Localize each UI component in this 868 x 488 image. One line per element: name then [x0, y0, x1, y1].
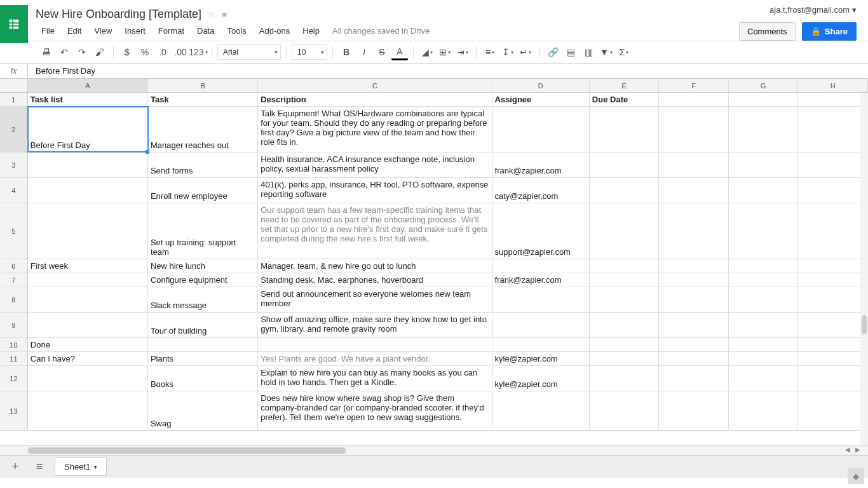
- cell[interactable]: [659, 203, 729, 259]
- cell[interactable]: Does new hire know where swag shop is? G…: [258, 391, 492, 430]
- cell[interactable]: [659, 338, 729, 351]
- cell[interactable]: [492, 287, 590, 312]
- menu-help[interactable]: Help: [297, 24, 325, 38]
- cell[interactable]: Show off amazing office, make sure they …: [258, 313, 492, 337]
- text-wrap-icon[interactable]: ↵: [517, 44, 534, 60]
- folder-icon[interactable]: ■: [222, 10, 227, 19]
- cell[interactable]: [798, 93, 868, 106]
- cell[interactable]: [492, 313, 590, 337]
- filter-icon[interactable]: ▼: [598, 44, 614, 60]
- scroll-right-icon[interactable]: ▶: [855, 446, 860, 453]
- all-sheets-icon[interactable]: ≡: [31, 458, 48, 476]
- cell[interactable]: [590, 313, 660, 337]
- cell[interactable]: [659, 259, 729, 273]
- col-header-A[interactable]: A: [28, 79, 148, 92]
- row-header[interactable]: 5: [0, 203, 28, 259]
- cell[interactable]: Set up training: support team: [148, 203, 258, 259]
- cell[interactable]: Manager reaches out: [148, 107, 258, 152]
- cell[interactable]: [258, 338, 492, 351]
- borders-icon[interactable]: ⊞: [437, 44, 453, 60]
- cell[interactable]: [590, 352, 660, 365]
- menu-edit[interactable]: Edit: [62, 24, 87, 38]
- cell[interactable]: Task: [148, 93, 258, 106]
- cell[interactable]: [729, 273, 799, 287]
- cell[interactable]: [729, 352, 799, 365]
- cell[interactable]: kyle@zapier.com: [492, 352, 590, 365]
- cell[interactable]: First week: [28, 259, 148, 273]
- row-header[interactable]: 3: [0, 152, 28, 177]
- cell[interactable]: [729, 338, 799, 351]
- menu-addons[interactable]: Add-ons: [254, 24, 295, 38]
- account-menu[interactable]: aja.t.frost@gmail.com▾: [770, 5, 857, 15]
- cell[interactable]: [798, 352, 868, 365]
- cell[interactable]: [590, 338, 660, 351]
- menu-format[interactable]: Format: [153, 24, 190, 38]
- cell[interactable]: [28, 287, 148, 312]
- format-currency-icon[interactable]: $: [119, 44, 135, 60]
- menu-file[interactable]: File: [36, 24, 60, 38]
- cell[interactable]: Books: [148, 366, 258, 391]
- formula-input[interactable]: Before First Day: [28, 66, 868, 76]
- cell[interactable]: [659, 93, 729, 106]
- menu-view[interactable]: View: [88, 24, 118, 38]
- col-header-B[interactable]: B: [148, 79, 258, 92]
- cell[interactable]: [659, 313, 729, 337]
- cell[interactable]: Due Date: [590, 93, 660, 106]
- cell[interactable]: Tour of building: [148, 313, 258, 337]
- cell[interactable]: Standing desk, Mac, earphones, hoverboar…: [258, 273, 492, 287]
- cell[interactable]: [729, 203, 799, 259]
- cell[interactable]: [798, 152, 868, 177]
- cell[interactable]: [659, 107, 729, 152]
- cell[interactable]: Yes! Plants are good. We have a plant ve…: [258, 352, 492, 365]
- cell[interactable]: frank@zapier.com: [492, 152, 590, 177]
- font-select[interactable]: Arial: [217, 44, 281, 60]
- cell[interactable]: [28, 273, 148, 287]
- cell[interactable]: [590, 273, 660, 287]
- font-size-select[interactable]: 10: [292, 44, 327, 60]
- functions-icon[interactable]: Σ: [616, 44, 632, 60]
- bold-icon[interactable]: B: [338, 44, 355, 60]
- cell[interactable]: [590, 178, 660, 203]
- cell[interactable]: [798, 366, 868, 391]
- text-color-icon[interactable]: A: [391, 44, 408, 60]
- cell[interactable]: Done: [28, 338, 148, 351]
- cell[interactable]: [798, 178, 868, 203]
- cell[interactable]: [729, 259, 799, 273]
- paint-format-icon[interactable]: 🖌: [92, 44, 108, 60]
- cell[interactable]: [28, 152, 148, 177]
- cell[interactable]: [28, 313, 148, 337]
- cell[interactable]: Send forms: [148, 152, 258, 177]
- cell[interactable]: New hire lunch: [148, 259, 258, 273]
- row-header[interactable]: 13: [0, 391, 28, 430]
- horizontal-scrollbar[interactable]: ◀ ▶: [0, 445, 868, 455]
- cell[interactable]: 401(k), perks app, insurance, HR tool, P…: [258, 178, 492, 203]
- row-header[interactable]: 4: [0, 178, 28, 203]
- cell[interactable]: [492, 107, 590, 152]
- cell[interactable]: kyle@zapier.com: [492, 366, 590, 391]
- cell[interactable]: [492, 259, 590, 273]
- row-header[interactable]: 11: [0, 352, 28, 365]
- row-header[interactable]: 7: [0, 273, 28, 287]
- cell[interactable]: [798, 203, 868, 259]
- cell[interactable]: [729, 107, 799, 152]
- merge-cells-icon[interactable]: ⇥: [454, 44, 471, 60]
- select-all-corner[interactable]: [0, 79, 28, 92]
- cell[interactable]: Task list: [28, 93, 148, 106]
- col-header-C[interactable]: C: [258, 79, 492, 92]
- row-header[interactable]: 6: [0, 259, 28, 273]
- cell[interactable]: [590, 287, 660, 312]
- print-icon[interactable]: 🖶: [38, 44, 55, 60]
- cell[interactable]: [729, 287, 799, 312]
- h-align-icon[interactable]: ≡: [482, 44, 498, 60]
- row-header[interactable]: 1: [0, 93, 28, 106]
- cell[interactable]: [28, 366, 148, 391]
- cell[interactable]: [729, 391, 799, 430]
- cell[interactable]: Before First Day: [28, 107, 148, 152]
- add-sheet-icon[interactable]: +: [6, 458, 24, 476]
- cell[interactable]: [798, 107, 868, 152]
- col-header-F[interactable]: F: [659, 79, 729, 92]
- cell[interactable]: Our support team has a few team-specific…: [258, 203, 492, 259]
- menu-insert[interactable]: Insert: [119, 24, 151, 38]
- cell[interactable]: Health insurance, ACA insurance exchange…: [258, 152, 492, 177]
- col-header-E[interactable]: E: [590, 79, 660, 92]
